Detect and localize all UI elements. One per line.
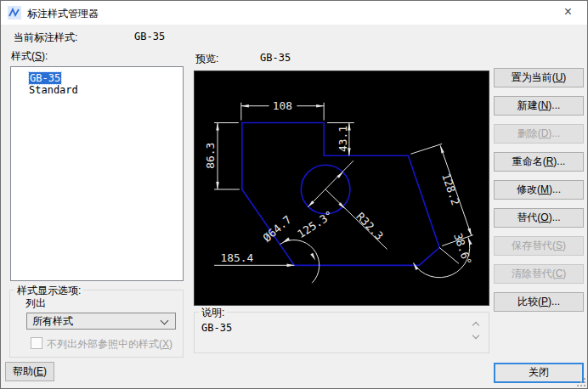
close-button[interactable]: 关闭 [494,363,584,383]
xref-checkbox [31,337,42,349]
styles-listbox[interactable]: GB-35 Standard [10,66,184,281]
titlebar[interactable]: 标注样式管理器 × [1,1,587,25]
dim-label-right: 128.2 [439,172,462,207]
chevron-down-icon [161,317,169,325]
list-item-label: GB-35 [29,72,61,84]
preview-style-name: GB-35 [260,52,291,64]
list-item[interactable]: Standard [29,84,183,96]
xref-checkbox-row: 不列出外部参照中的样式(X) [31,337,172,349]
dim-label-left-angle: 125.3° [295,208,335,240]
modify-button[interactable]: 修改(M)... [494,180,584,200]
list-item[interactable]: GB-35 [29,72,183,84]
compare-button[interactable]: 比较(P)... [494,292,584,312]
resize-grip[interactable] [577,378,586,387]
close-icon[interactable]: × [549,1,587,25]
description-label: 说明: [199,306,227,320]
new-button[interactable]: 新建(N)... [494,96,584,116]
dim-label-top: 108 [273,99,292,112]
current-style-value: GB-35 [134,31,165,42]
clear-override-button: 清除替代(C) [494,264,584,284]
delete-button: 删除(D)... [494,124,584,144]
action-button-column: 置为当前(U) 新建(N)... 删除(D)... 重命名(R)... 修改(M… [494,68,584,320]
style-filter-dropdown[interactable]: 所有样式 [26,313,176,330]
dimension-preview-image: 108 86.3 43.1 128.2 38.6° R32.3 Ø64.7 12… [194,70,489,306]
style-filter-value: 所有样式 [32,315,73,327]
scroll-up-icon[interactable] [472,322,479,329]
styles-list-label: 样式(S): [11,49,48,64]
dim-label-left: 86.3 [204,143,217,169]
xref-checkbox-label: 不列出外部参照中的样式(X) [47,338,172,350]
dim-label-step: 43.1 [336,126,349,152]
list-item-label: Standard [29,84,78,96]
preview-label: 预览: [195,52,218,66]
dialog-title: 标注样式管理器 [27,7,99,21]
description-group: 说明: GB-35 [194,312,489,353]
dim-label-right-angle: 38.6° [451,232,474,268]
scroll-down-icon[interactable] [472,332,479,339]
preview-dimension-labels: 108 86.3 43.1 128.2 38.6° R32.3 Ø64.7 12… [204,99,474,267]
set-current-button[interactable]: 置为当前(U) [494,68,584,87]
help-button[interactable]: 帮助(E) [5,362,54,381]
dim-label-radius: R32.3 [353,210,386,242]
dimension-style-manager-dialog: 标注样式管理器 × 当前标注样式: GB-35 样式(S): GB-35 Sta… [0,0,588,389]
override-button[interactable]: 替代(O)... [494,208,584,228]
description-value: GB-35 [201,322,232,334]
save-override-button: 保存替代(S) [494,236,584,256]
list-label: 列出 [25,296,46,311]
dim-label-bottom: 185.4 [220,251,253,264]
rename-button[interactable]: 重命名(R)... [494,152,584,172]
current-style-label: 当前标注样式: [14,31,77,45]
dimension-style-icon [8,6,21,20]
style-display-options-group: 样式显示选项: 列出 所有样式 不列出外部参照中的样式(X) [9,290,184,358]
